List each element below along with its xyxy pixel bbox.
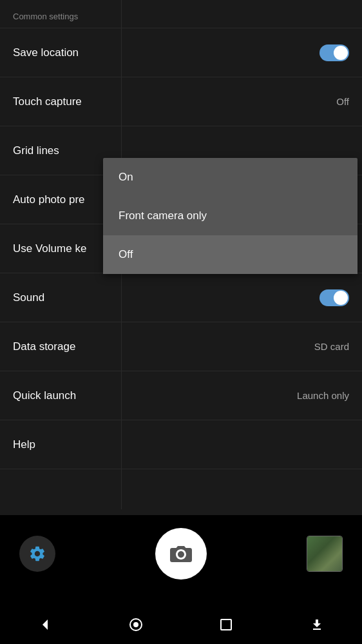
sound-label: Sound xyxy=(13,291,44,304)
dropdown-option-front-camera[interactable]: Front camera only xyxy=(103,197,357,235)
save-location-toggle-knob xyxy=(334,46,348,60)
data-storage-item[interactable]: Data storage SD card xyxy=(0,322,362,371)
section-header: Common settings xyxy=(0,0,362,28)
photo-thumbnail[interactable] xyxy=(307,536,343,572)
section-title: Common settings xyxy=(13,12,78,21)
touch-capture-label: Touch capture xyxy=(13,95,82,108)
thumbnail-image xyxy=(307,536,342,571)
download-button[interactable] xyxy=(301,609,333,641)
auto-photo-pre-label: Auto photo pre xyxy=(13,193,85,206)
recent-apps-icon xyxy=(218,617,234,632)
nav-bar xyxy=(0,605,362,644)
gear-icon xyxy=(28,545,46,563)
settings-gear-button[interactable] xyxy=(19,536,55,572)
home-icon xyxy=(128,617,144,632)
help-item[interactable]: Help xyxy=(0,420,362,469)
use-volume-ke-label: Use Volume ke xyxy=(13,242,86,255)
svg-rect-3 xyxy=(221,620,231,630)
svg-marker-0 xyxy=(43,620,48,630)
back-button[interactable] xyxy=(29,609,61,641)
dropdown-option-off[interactable]: Off xyxy=(103,235,357,274)
save-location-item[interactable]: Save location xyxy=(0,28,362,77)
shutter-button[interactable] xyxy=(155,528,207,580)
touch-capture-value: Off xyxy=(336,96,349,107)
bottom-bar xyxy=(0,515,362,644)
data-storage-label: Data storage xyxy=(13,340,75,353)
data-storage-value: SD card xyxy=(314,341,349,352)
back-icon xyxy=(37,617,53,632)
download-icon xyxy=(309,617,325,632)
save-location-label: Save location xyxy=(13,46,79,59)
svg-point-2 xyxy=(133,622,138,627)
recent-apps-button[interactable] xyxy=(210,609,242,641)
camera-controls xyxy=(0,515,362,592)
touch-capture-dropdown[interactable]: On Front camera only Off xyxy=(103,158,357,274)
sound-toggle[interactable] xyxy=(319,289,349,306)
camera-icon xyxy=(169,545,193,563)
save-location-toggle[interactable] xyxy=(319,44,349,61)
sound-item[interactable]: Sound xyxy=(0,273,362,322)
quick-launch-item[interactable]: Quick launch Launch only xyxy=(0,371,362,420)
help-label: Help xyxy=(13,438,35,451)
sound-toggle-knob xyxy=(334,291,348,305)
settings-container: Common settings Save location Touch capt… xyxy=(0,0,362,509)
grid-lines-label: Grid lines xyxy=(13,144,59,157)
home-button[interactable] xyxy=(120,609,152,641)
dropdown-option-on[interactable]: On xyxy=(103,158,357,197)
touch-capture-item[interactable]: Touch capture Off xyxy=(0,77,362,126)
quick-launch-label: Quick launch xyxy=(13,389,76,402)
quick-launch-value: Launch only xyxy=(297,390,349,401)
